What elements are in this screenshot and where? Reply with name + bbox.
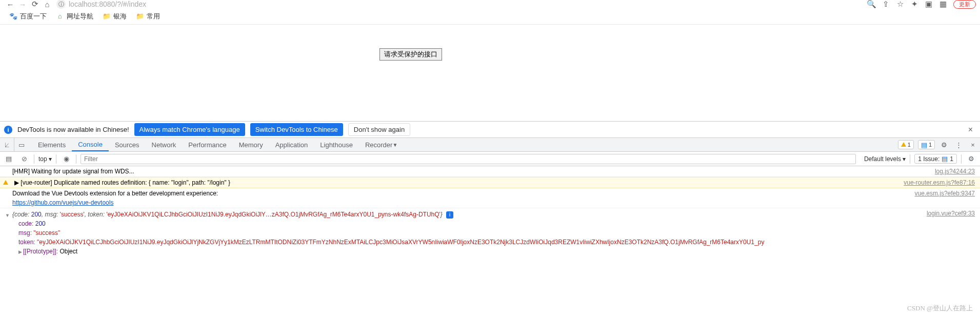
log-text: Download the Vue Devtools extension for … [12,190,218,197]
clear-console-icon[interactable]: ⊘ [18,155,30,163]
inspect-icon[interactable]: ⟀ [0,138,14,151]
tabs-icon[interactable]: ▣ [922,0,936,9]
tab-performance[interactable]: Performance [182,138,232,151]
tab-application[interactable]: Application [269,138,314,151]
tab-elements[interactable]: Elements [32,138,72,151]
bookmark-label: 网址导航 [67,12,93,21]
search-icon[interactable]: 🔍 [864,0,878,9]
bookmark-folder[interactable]: 📁银海 [103,12,127,21]
object-log: {code: 200, msg: 'success', token: 'eyJ0… [0,209,980,257]
info-icon: i [4,126,12,134]
dont-show-button[interactable]: Don't show again [348,123,410,136]
tab-network[interactable]: Network [146,138,183,151]
update-button[interactable]: 更新 [953,0,976,9]
devtools-info-bar: i DevTools is now available in Chinese! … [0,121,980,137]
message-icon: ▤ [942,155,948,163]
log-line: Download the Vue Devtools extension for … [0,188,980,208]
devtools-link[interactable]: https://github.com/vuejs/vue-devtools [12,199,113,206]
source-link[interactable]: log.js?4244:23 [935,167,975,176]
device-icon[interactable]: ▭ [14,138,29,151]
bookmark-label: 百度一下 [20,12,47,21]
log-line: [HMR] Waiting for update signal from WDS… [0,166,980,177]
folder-icon: 📁 [136,12,144,21]
puzzle-icon[interactable]: ✦ [907,0,922,9]
warning-text: ▶ [vue-router] Duplicate named routes de… [14,179,230,186]
warning-line: ▶ [vue-router] Duplicate named routes de… [0,177,980,188]
forward-icon[interactable]: → [16,0,29,9]
bookmark-baidu[interactable]: 🐾百度一下 [9,12,47,21]
nav-icon: ⌂ [56,12,64,21]
sidebar-toggle-icon[interactable]: ▤ [3,155,14,163]
eye-icon[interactable]: ◉ [61,155,72,163]
tab-recorder[interactable]: Recorder ▼ [359,138,404,151]
context-selector[interactable]: top ▾ [38,155,52,163]
source-link[interactable]: vue-router.esm.js?fe87:16 [904,178,975,187]
kebab-icon[interactable]: ⋮ [951,138,966,151]
tab-sources[interactable]: Sources [109,138,146,151]
address-bar: ← → ⟳ ⌂ ⓘ localhost:8080/?/#/index 🔍 ⇪ ☆… [0,0,980,8]
url-text[interactable]: localhost:8080/?/#/index [69,0,864,8]
gear-icon[interactable]: ⚙ [966,155,977,163]
bookmarks-bar: 🐾百度一下 ⌂网址导航 📁银海 📁常用 [0,8,980,25]
console-toolbar: ▤ ⊘ top ▾ ◉ Default levels ▾ 1 Issue: ▤1… [0,152,980,166]
request-protected-button[interactable]: 请求受保护的接口 [379,48,442,61]
issues-badge[interactable]: 1 Issue: ▤1 [914,154,957,164]
folder-icon: 📁 [103,12,111,21]
console-output: [HMR] Waiting for update signal from WDS… [0,166,980,257]
log-text: [HMR] Waiting for update signal from WDS… [12,168,134,175]
home-icon[interactable]: ⌂ [41,0,53,9]
share-icon[interactable]: ⇪ [878,0,893,9]
bookmark-label: 常用 [147,12,160,21]
always-match-lang-button[interactable]: Always match Chrome's language [134,123,245,136]
reload-icon[interactable]: ⟳ [29,0,41,9]
message-icon: ▤ [921,141,927,149]
tab-lighthouse[interactable]: Lighthouse [314,138,359,151]
bookmark-label: 银海 [113,12,127,21]
back-icon[interactable]: ← [4,0,16,9]
source-link[interactable]: vue.esm.js?efeb:9347 [915,189,975,198]
expand-caret[interactable] [5,210,10,220]
info-badge-icon[interactable]: i [446,211,453,219]
gear-icon[interactable]: ⚙ [937,138,951,151]
warnings-badge[interactable]: 1 [898,140,914,149]
messages-badge[interactable]: ▤1 [918,140,935,149]
switch-lang-button[interactable]: Switch DevTools to Chinese [250,123,343,136]
bookmark-nav[interactable]: ⌂网址导航 [56,12,93,21]
tab-console[interactable]: Console [72,138,109,151]
watermark: CSDN @登山人在路上 [907,304,973,313]
site-info-icon[interactable]: ⓘ [56,0,66,9]
log-levels-selector[interactable]: Default levels ▾ [864,155,906,163]
page-content: 请求受保护的接口 [0,25,980,121]
bookmark-folder[interactable]: 📁常用 [136,12,160,21]
filter-input[interactable] [81,154,856,164]
info-text: DevTools is now available in Chinese! [17,126,129,133]
close-icon[interactable]: × [965,125,976,134]
profile-icon[interactable]: ▦ [936,0,950,9]
devtools-tabs: ⟀ ▭ Elements Console Sources Network Per… [0,137,980,152]
bookmark-icon[interactable]: ☆ [893,0,907,9]
expand-caret[interactable] [18,248,22,255]
close-devtools-icon[interactable]: × [966,138,980,151]
warning-icon [901,142,906,148]
tab-memory[interactable]: Memory [233,138,269,151]
baidu-icon: 🐾 [9,12,17,21]
